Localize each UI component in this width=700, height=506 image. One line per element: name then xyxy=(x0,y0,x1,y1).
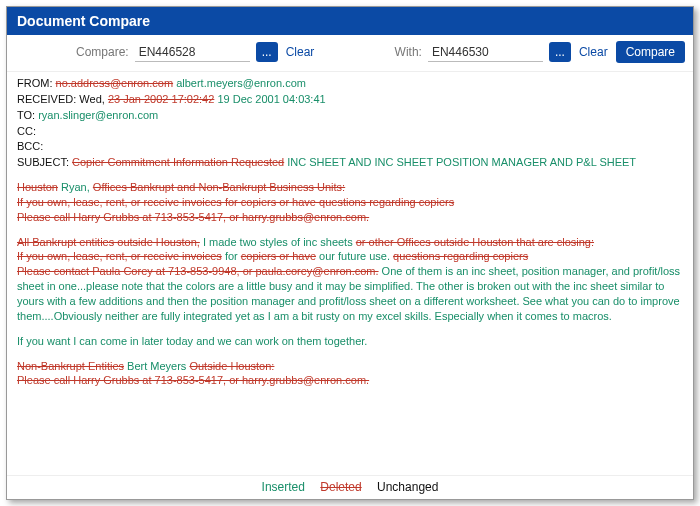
cc-key: CC: xyxy=(17,125,36,137)
with-input[interactable] xyxy=(428,43,543,62)
subject-deleted: Copier Commitment Information Requested xyxy=(72,156,284,168)
compare-clear-button[interactable]: Clear xyxy=(284,45,317,59)
with-label: With: xyxy=(395,45,422,59)
received-deleted: 23 Jan 2002 17:02:42 xyxy=(108,93,214,105)
received-unchanged: Wed, xyxy=(79,93,104,105)
document-compare-window: Document Compare Compare: ... Clear With… xyxy=(6,6,694,500)
received-key: RECEIVED: xyxy=(17,93,76,105)
para-1: Houston Ryan, Offices Bankrupt and Non-B… xyxy=(17,180,683,225)
subject-key: SUBJECT: xyxy=(17,156,69,168)
legend-inserted: Inserted xyxy=(262,480,305,494)
window-titlebar: Document Compare xyxy=(7,7,693,35)
para-2: All Bankrupt entities outside Houston, I… xyxy=(17,235,683,324)
header-bcc: BCC: xyxy=(17,139,683,154)
compare-button[interactable]: Compare xyxy=(616,41,685,63)
header-to: TO: ryan.slinger@enron.com xyxy=(17,108,683,123)
diff-body[interactable]: FROM: no.address@enron.com albert.meyers… xyxy=(7,72,693,475)
received-inserted: 19 Dec 2001 04:03:41 xyxy=(217,93,325,105)
legend: Inserted Deleted Unchanged xyxy=(7,475,693,499)
header-from: FROM: no.address@enron.com albert.meyers… xyxy=(17,76,683,91)
with-browse-button[interactable]: ... xyxy=(549,42,571,62)
compare-label: Compare: xyxy=(76,45,129,59)
legend-unchanged: Unchanged xyxy=(377,480,438,494)
to-key: TO: xyxy=(17,109,35,121)
compare-toolbar: Compare: ... Clear With: ... Clear Compa… xyxy=(7,35,693,72)
header-received: RECEIVED: Wed, 23 Jan 2002 17:02:42 19 D… xyxy=(17,92,683,107)
compare-input[interactable] xyxy=(135,43,250,62)
legend-deleted: Deleted xyxy=(320,480,361,494)
header-cc: CC: xyxy=(17,124,683,139)
window-title: Document Compare xyxy=(17,13,150,29)
para-3: If you want I can come in later today an… xyxy=(17,334,683,349)
header-subject: SUBJECT: Copier Commitment Information R… xyxy=(17,155,683,170)
from-key: FROM: xyxy=(17,77,52,89)
subject-inserted: INC SHEET AND INC SHEET POSITION MANAGER… xyxy=(287,156,636,168)
from-inserted: albert.meyers@enron.com xyxy=(176,77,306,89)
with-clear-button[interactable]: Clear xyxy=(577,45,610,59)
to-inserted: ryan.slinger@enron.com xyxy=(38,109,158,121)
from-deleted: no.address@enron.com xyxy=(56,77,174,89)
compare-browse-button[interactable]: ... xyxy=(256,42,278,62)
bcc-key: BCC: xyxy=(17,140,43,152)
para-4: Non-Bankrupt Entities Bert Meyers Outsid… xyxy=(17,359,683,389)
